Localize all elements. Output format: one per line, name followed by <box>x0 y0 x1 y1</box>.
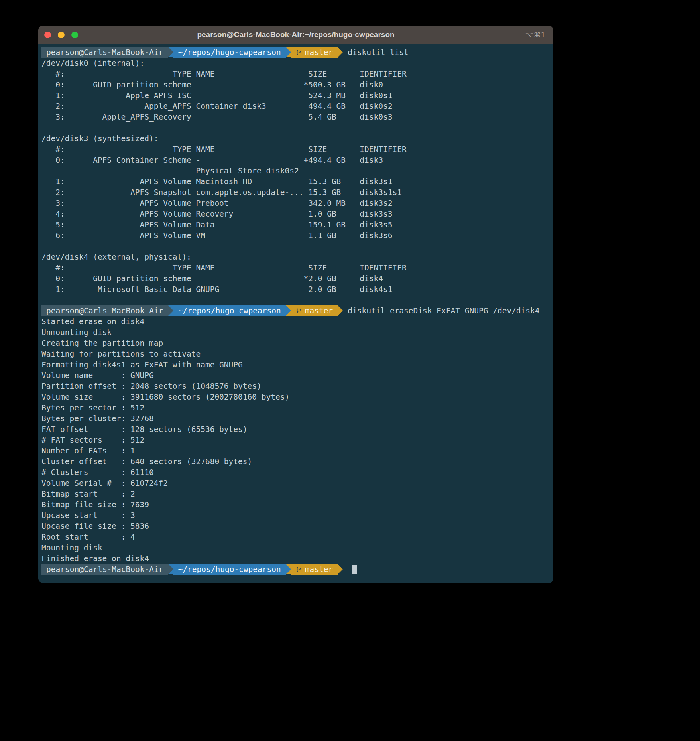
terminal-cursor <box>352 565 357 574</box>
terminal-line: Creating the partition map <box>41 338 553 349</box>
terminal-line: 3: Apple_APFS_Recovery 5.4 GB disk0s3 <box>41 112 553 122</box>
powerline-arrow-icon <box>286 47 291 57</box>
zoom-button[interactable] <box>71 32 78 38</box>
git-branch-icon <box>296 49 302 55</box>
terminal-line: 2: APFS Snapshot com.apple.os.update-...… <box>41 187 553 198</box>
terminal-line: Waiting for partitions to activate <box>41 349 553 359</box>
terminal-window: pearson@Carls-MacBook-Air:~/repos/hugo-c… <box>38 26 553 583</box>
prompt-user-host: pearson@Carls-MacBook-Air <box>46 47 163 58</box>
powerline-arrow-icon <box>168 564 173 574</box>
prompt-path-segment: ~/repos/hugo-cwpearson <box>173 47 286 58</box>
powerline-arrow-icon <box>338 305 343 316</box>
terminal-line: Formatting disk4s1 as ExFAT with name GN… <box>41 359 553 370</box>
terminal-line: /dev/disk3 (synthesized): <box>41 133 553 144</box>
terminal-line: Volume name : GNUPG <box>41 370 553 381</box>
terminal-line: # FAT sectors : 512 <box>41 435 553 445</box>
terminal-line: 0: APFS Container Scheme - +494.4 GB dis… <box>41 155 553 166</box>
powerline-arrow-icon <box>286 564 291 574</box>
powerline-arrow-icon <box>168 305 173 316</box>
window-title: pearson@Carls-MacBook-Air:~/repos/hugo-c… <box>38 30 553 39</box>
prompt-host-segment: pearson@Carls-MacBook-Air <box>41 305 168 316</box>
terminal-line: Volume Serial # : 610724f2 <box>41 478 553 489</box>
terminal-line <box>41 122 553 133</box>
tab-shortcut-label: ⌥⌘1 <box>525 31 545 39</box>
powerline-arrow-icon <box>338 47 343 57</box>
prompt-path-segment: ~/repos/hugo-cwpearson <box>173 564 286 575</box>
terminal-content[interactable]: pearson@Carls-MacBook-Air ~/repos/hugo-c… <box>38 44 553 583</box>
terminal-line: Physical Store disk0s2 <box>41 166 553 176</box>
terminal-line: 0: GUID_partition_scheme *500.3 GB disk0 <box>41 79 553 90</box>
terminal-line: Number of FATs : 1 <box>41 445 553 456</box>
prompt-path-segment: ~/repos/hugo-cwpearson <box>173 305 286 316</box>
prompt-line: pearson@Carls-MacBook-Air ~/repos/hugo-c… <box>41 564 553 575</box>
terminal-line: Root start : 4 <box>41 532 553 542</box>
powerline-arrow-icon <box>168 47 173 57</box>
terminal-line: 1: Apple_APFS_ISC 524.3 MB disk0s1 <box>41 90 553 101</box>
terminal-line: Started erase on disk4 <box>41 316 553 327</box>
prompt-git-segment: master <box>291 47 338 58</box>
terminal-line: Mounting disk <box>41 542 553 553</box>
prompt-line: pearson@Carls-MacBook-Air ~/repos/hugo-c… <box>41 305 553 316</box>
terminal-line: FAT offset : 128 sectors (65536 bytes) <box>41 424 553 435</box>
terminal-line: 1: Microsoft Basic Data GNUPG 2.0 GB dis… <box>41 284 553 295</box>
traffic-lights <box>44 32 78 38</box>
terminal-line <box>41 241 553 252</box>
powerline-arrow-icon <box>338 564 343 574</box>
terminal-line: /dev/disk4 (external, physical): <box>41 252 553 262</box>
close-button[interactable] <box>44 32 51 38</box>
terminal-line: Volume size : 3911680 sectors (200278016… <box>41 392 553 402</box>
terminal-line: # Clusters : 61110 <box>41 467 553 478</box>
terminal-line: Partition offset : 2048 sectors (1048576… <box>41 381 553 392</box>
prompt-host-segment: pearson@Carls-MacBook-Air <box>41 47 168 58</box>
terminal-line: Cluster offset : 640 sectors (327680 byt… <box>41 456 553 467</box>
terminal-line: Bytes per sector : 512 <box>41 402 553 413</box>
titlebar[interactable]: pearson@Carls-MacBook-Air:~/repos/hugo-c… <box>38 26 553 44</box>
prompt-path: ~/repos/hugo-cwpearson <box>178 305 281 316</box>
powerline-arrow-icon <box>286 305 291 316</box>
git-branch-icon <box>296 566 302 572</box>
prompt-user-host: pearson@Carls-MacBook-Air <box>46 564 163 575</box>
terminal-line: Upcase start : 3 <box>41 510 553 521</box>
terminal-line: 2: Apple_APFS Container disk3 494.4 GB d… <box>41 101 553 112</box>
terminal-line: Finished erase on disk4 <box>41 553 553 564</box>
terminal-line: #: TYPE NAME SIZE IDENTIFIER <box>41 69 553 79</box>
prompt-user-host: pearson@Carls-MacBook-Air <box>46 305 163 316</box>
terminal-line: Bytes per cluster: 32768 <box>41 413 553 424</box>
terminal-line: Bitmap start : 2 <box>41 489 553 499</box>
terminal-line: 3: APFS Volume Preboot 342.0 MB disk3s2 <box>41 198 553 209</box>
prompt-git-segment: master <box>291 564 338 575</box>
prompt-host-segment: pearson@Carls-MacBook-Air <box>41 564 168 575</box>
command-text: diskutil list <box>343 47 409 58</box>
terminal-line: 4: APFS Volume Recovery 1.0 GB disk3s3 <box>41 209 553 219</box>
git-branch-name: master <box>305 47 333 58</box>
terminal-line: #: TYPE NAME SIZE IDENTIFIER <box>41 144 553 155</box>
git-branch-name: master <box>305 564 333 575</box>
desktop-background: { "window": { "title": "pearson@Carls-Ma… <box>0 0 700 741</box>
git-branch-icon <box>296 308 302 314</box>
command-text <box>343 564 348 575</box>
terminal-line: #: TYPE NAME SIZE IDENTIFIER <box>41 262 553 273</box>
terminal-line: Upcase file size : 5836 <box>41 521 553 532</box>
terminal-line <box>41 295 553 305</box>
command-text: diskutil eraseDisk ExFAT GNUPG /dev/disk… <box>343 305 539 316</box>
terminal-line: 1: APFS Volume Macintosh HD 15.3 GB disk… <box>41 176 553 187</box>
prompt-path: ~/repos/hugo-cwpearson <box>178 564 281 575</box>
terminal-line: 5: APFS Volume Data 159.1 GB disk3s5 <box>41 219 553 230</box>
minimize-button[interactable] <box>58 32 65 38</box>
terminal-line: /dev/disk0 (internal): <box>41 58 553 69</box>
prompt-path: ~/repos/hugo-cwpearson <box>178 47 281 58</box>
terminal-line: Bitmap file size : 7639 <box>41 499 553 510</box>
terminal-line: 0: GUID_partition_scheme *2.0 GB disk4 <box>41 273 553 284</box>
prompt-git-segment: master <box>291 305 338 316</box>
git-branch-name: master <box>305 305 333 316</box>
terminal-line: 6: APFS Volume VM 1.1 GB disk3s6 <box>41 230 553 241</box>
terminal-line: Unmounting disk <box>41 327 553 338</box>
prompt-line: pearson@Carls-MacBook-Air ~/repos/hugo-c… <box>41 47 553 58</box>
